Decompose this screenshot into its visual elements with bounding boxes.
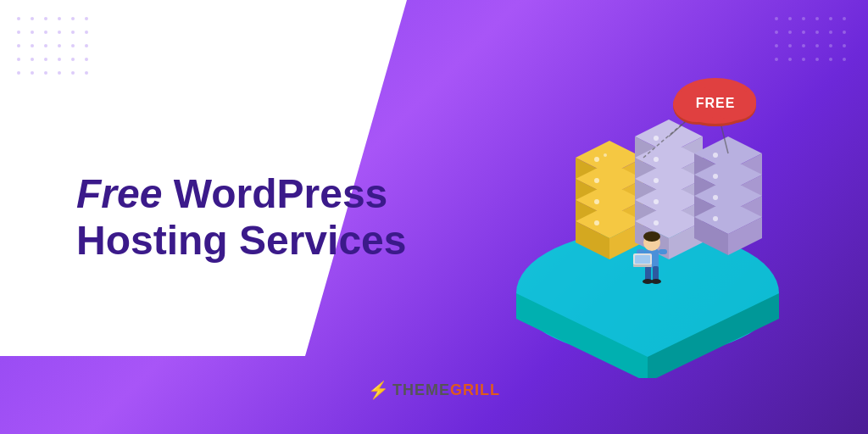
svg-text:FREE: FREE xyxy=(696,96,736,110)
svg-point-2 xyxy=(604,153,607,157)
brand-logo: ⚡ THEMEGRILL xyxy=(368,380,500,400)
brand-grill-text: GRILL xyxy=(450,381,500,398)
svg-point-4 xyxy=(594,199,599,204)
svg-point-8 xyxy=(654,178,659,183)
svg-point-9 xyxy=(654,199,659,204)
svg-rect-37 xyxy=(635,255,650,264)
banner: Free WordPress Hosting Services ⚡ THEMEG… xyxy=(0,0,868,434)
hosting-illustration: FREE xyxy=(444,56,817,378)
svg-point-12 xyxy=(713,174,718,179)
svg-point-32 xyxy=(651,279,661,284)
brand-icon: ⚡ xyxy=(368,380,389,400)
svg-rect-34 xyxy=(659,249,667,254)
svg-point-13 xyxy=(713,195,718,200)
wordpress-word: WordPress xyxy=(174,171,388,216)
brand-name: THEMEGRILL xyxy=(392,381,500,399)
svg-point-14 xyxy=(713,216,718,221)
svg-point-1 xyxy=(594,157,599,162)
svg-point-6 xyxy=(654,136,659,141)
svg-point-11 xyxy=(713,153,718,158)
svg-point-3 xyxy=(594,178,599,183)
svg-point-5 xyxy=(594,220,599,225)
text-content: Free WordPress Hosting Services xyxy=(76,170,406,264)
svg-point-10 xyxy=(654,220,659,225)
free-word: Free xyxy=(76,171,162,216)
brand-theme-text: THEME xyxy=(392,381,450,398)
hosting-services-line: Hosting Services xyxy=(76,217,406,264)
headline: Free WordPress Hosting Services xyxy=(76,170,406,264)
svg-point-7 xyxy=(654,157,659,162)
svg-rect-36 xyxy=(633,264,652,267)
svg-point-28 xyxy=(643,231,660,242)
illustration: FREE xyxy=(444,56,817,378)
dots-decoration-topleft xyxy=(17,17,93,80)
